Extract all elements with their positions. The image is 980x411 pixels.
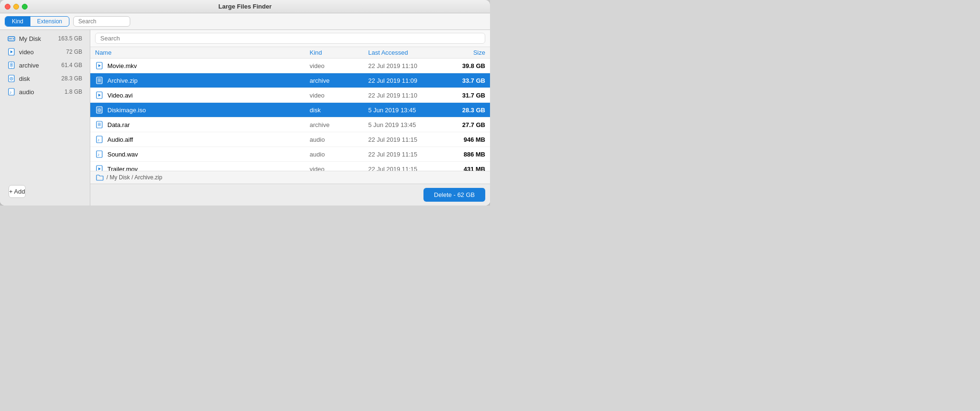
cell-size-6: 886 MB (446, 151, 485, 158)
add-button[interactable]: + Add (9, 185, 26, 198)
sidebar-label-archive: archive (19, 62, 61, 69)
sidebar-label-video: video (19, 49, 66, 56)
file-name-4: Data.rar (107, 121, 130, 128)
file-table: Name Kind Last Accessed Size Movie.mkv v… (90, 47, 490, 171)
sidebar-label-audio: audio (19, 88, 65, 96)
file-panel: Name Kind Last Accessed Size Movie.mkv v… (90, 30, 490, 206)
svg-text:♪: ♪ (10, 90, 12, 95)
archive-icon (95, 120, 104, 129)
app-window: Large Files Finder Kind Extension (0, 0, 490, 206)
cell-size-7: 431 MB (446, 166, 485, 171)
table-header: Name Kind Last Accessed Size (90, 47, 490, 59)
cell-accessed-2: 22 Jul 2019 11:10 (368, 92, 446, 99)
sidebar-size-archive: 61.4 GB (61, 62, 82, 68)
video-file-icon (8, 48, 15, 56)
col-header-last-accessed[interactable]: Last Accessed (368, 49, 446, 56)
file-search-bar (90, 30, 490, 47)
sidebar-item-audio[interactable]: ♪ audio 1.8 GB (2, 86, 88, 98)
footer-actions: Delete - 62 GB (90, 184, 490, 206)
cell-size-0: 39.8 GB (446, 62, 485, 69)
kind-tab[interactable]: Kind (5, 17, 30, 26)
svg-text:♪: ♪ (97, 137, 100, 142)
traffic-lights (5, 4, 28, 10)
svg-point-1 (13, 38, 14, 39)
table-row[interactable]: Data.rar archive 5 Jun 2019 13:45 27.7 G… (90, 117, 490, 132)
cell-kind-6: audio (310, 151, 368, 158)
sidebar-item-archive[interactable]: archive 61.4 GB (2, 59, 88, 71)
sidebar-label-my-disk: My Disk (19, 35, 58, 42)
sidebar-size-video: 72 GB (66, 49, 82, 55)
sidebar-item-my-disk[interactable]: My Disk 163.5 GB (2, 32, 88, 45)
cell-name-5: ♪ Audio.aiff (95, 135, 310, 144)
table-row[interactable]: Movie.mkv video 22 Jul 2019 11:10 39.8 G… (90, 59, 490, 73)
audio-icon: ♪ (95, 135, 104, 144)
cell-kind-3: disk (310, 107, 368, 114)
cell-kind-0: video (310, 62, 368, 69)
path-text: / My Disk / Archive.zip (106, 174, 162, 181)
video-icon (95, 90, 104, 100)
table-row[interactable]: ♪ Audio.aiff audio 22 Jul 2019 11:15 946… (90, 132, 490, 147)
left-search-input[interactable] (73, 16, 130, 27)
cell-accessed-1: 22 Jul 2019 11:09 (368, 77, 446, 84)
cell-size-5: 946 MB (446, 136, 485, 143)
title-bar: Large Files Finder (0, 0, 490, 13)
filter-segmented-control: Kind Extension (5, 16, 69, 27)
cell-size-1: 33.7 GB (446, 77, 485, 84)
audio-file-icon: ♪ (8, 88, 15, 96)
table-row[interactable]: Diskimage.iso disk 5 Jun 2019 13:45 28.3… (90, 103, 490, 117)
file-name-6: Sound.wav (107, 151, 138, 158)
disk-file-icon (95, 105, 104, 115)
file-name-3: Diskimage.iso (107, 107, 146, 114)
cell-name-4: Data.rar (95, 120, 310, 129)
main-content: My Disk 163.5 GB video 72 GB (0, 30, 490, 206)
cell-kind-7: video (310, 166, 368, 171)
footer-path: / My Disk / Archive.zip (90, 171, 490, 184)
cell-accessed-7: 22 Jul 2019 11:15 (368, 166, 446, 171)
delete-button[interactable]: Delete - 62 GB (423, 188, 485, 202)
file-rows-container: Movie.mkv video 22 Jul 2019 11:10 39.8 G… (90, 59, 490, 171)
table-row[interactable]: Trailer.mov video 22 Jul 2019 11:15 431 … (90, 162, 490, 171)
toolbar: Kind Extension (0, 13, 490, 30)
maximize-button[interactable] (22, 4, 28, 10)
cell-name-6: ♪ Sound.wav (95, 149, 310, 159)
cell-kind-4: archive (310, 121, 368, 128)
sidebar-bottom: + Add (0, 177, 90, 206)
sidebar-label-disk: disk (19, 75, 61, 82)
cell-name-3: Diskimage.iso (95, 105, 310, 115)
cell-size-3: 28.3 GB (446, 107, 485, 114)
video-icon (95, 61, 104, 70)
table-row[interactable]: Archive.zip archive 22 Jul 2019 11:09 33… (90, 73, 490, 88)
minimize-button[interactable] (13, 4, 19, 10)
table-row[interactable]: ♪ Sound.wav audio 22 Jul 2019 11:15 886 … (90, 147, 490, 162)
close-button[interactable] (5, 4, 10, 10)
cell-name-0: Movie.mkv (95, 61, 310, 70)
sidebar-item-video[interactable]: video 72 GB (2, 46, 88, 58)
col-header-size[interactable]: Size (446, 49, 485, 56)
file-name-1: Archive.zip (107, 77, 138, 84)
disk-file-icon (8, 75, 15, 82)
cell-accessed-6: 22 Jul 2019 11:15 (368, 151, 446, 158)
hard-disk-icon (8, 35, 15, 42)
table-row[interactable]: Video.avi video 22 Jul 2019 11:10 31.7 G… (90, 88, 490, 103)
cell-name-2: Video.avi (95, 90, 310, 100)
archive-file-icon (8, 61, 15, 69)
cell-accessed-0: 22 Jul 2019 11:10 (368, 62, 446, 69)
cell-accessed-5: 22 Jul 2019 11:15 (368, 136, 446, 143)
col-header-kind[interactable]: Kind (310, 49, 368, 56)
extension-tab[interactable]: Extension (30, 17, 69, 26)
folder-icon (96, 174, 104, 181)
video-icon (95, 164, 104, 171)
sidebar-size-disk: 28.3 GB (61, 75, 82, 82)
window-title: Large Files Finder (219, 3, 272, 10)
sidebar-size-my-disk: 163.5 GB (58, 35, 82, 42)
file-name-5: Audio.aiff (107, 136, 133, 143)
cell-name-1: Archive.zip (95, 76, 310, 85)
cell-accessed-3: 5 Jun 2019 13:45 (368, 107, 446, 114)
sidebar-size-audio: 1.8 GB (65, 88, 82, 95)
cell-kind-1: archive (310, 77, 368, 84)
sidebar-item-disk[interactable]: disk 28.3 GB (2, 72, 88, 85)
file-name-0: Movie.mkv (107, 62, 137, 69)
col-header-name[interactable]: Name (95, 49, 310, 56)
file-name-7: Trailer.mov (107, 166, 138, 171)
file-search-input[interactable] (95, 33, 485, 44)
